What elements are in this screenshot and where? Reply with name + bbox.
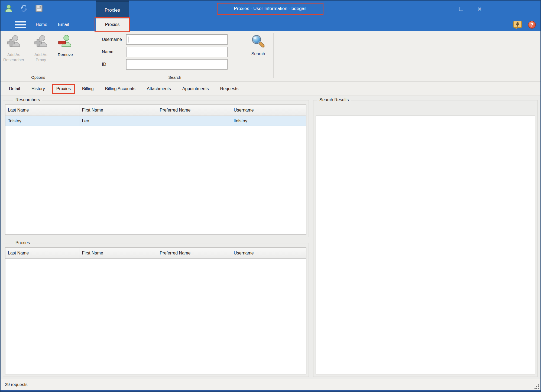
researchers-table: Last Name First Name Preferred Name User… <box>5 104 306 235</box>
ribbon-group-search: Username Name ID <box>76 31 273 81</box>
search-results-group-title: Search Results <box>317 97 351 102</box>
researchers-groupbox: Researchers Last Name First Name Preferr… <box>3 100 309 237</box>
save-icon <box>35 4 43 12</box>
cell-preferred-name <box>157 116 231 126</box>
right-column: Search Results <box>313 99 538 377</box>
ribbon-tab-home[interactable]: Home <box>30 18 53 31</box>
title-highlight-box: Proxies - User Information - bdegail <box>217 3 323 15</box>
ribbon-tab-proxies[interactable]: Proxies <box>96 18 129 31</box>
column-header-username[interactable]: Username <box>231 248 306 259</box>
left-column: Researchers Last Name First Name Preferr… <box>3 99 309 377</box>
window-bottom-accent <box>1 390 540 391</box>
help-button[interactable]: ? <box>528 21 536 29</box>
add-as-proxy-button[interactable]: Add As Proxy <box>31 34 51 62</box>
person-add-icon <box>7 35 21 49</box>
ribbon-group-options: Add As Researcher Add As Proxy <box>1 31 76 81</box>
ribbon: Add As Researcher Add As Proxy <box>1 31 540 82</box>
save-button[interactable] <box>35 4 43 13</box>
options-group-label: Options <box>1 75 76 80</box>
proxies-group-title: Proxies <box>13 240 32 245</box>
column-header-first-name[interactable]: First Name <box>79 105 157 116</box>
search-group-inner-separator <box>239 33 239 74</box>
table-row[interactable]: Tolstoy Leo ltolstoy <box>5 116 306 126</box>
researchers-group-title: Researchers <box>13 97 42 102</box>
main-content: Researchers Last Name First Name Preferr… <box>1 96 540 379</box>
cell-first-name: Leo <box>79 116 157 126</box>
researchers-table-empty-area <box>5 126 306 234</box>
search-results-groupbox: Search Results <box>313 100 538 377</box>
column-header-first-name[interactable]: First Name <box>79 248 157 259</box>
page-tab-strip: Detail History Proxies Billing Billing A… <box>1 82 540 96</box>
window-controls: ✕ <box>436 4 486 14</box>
column-header-username[interactable]: Username <box>231 105 306 116</box>
ribbon-tab-row: Home Email Proxies <box>1 18 540 31</box>
remove-button[interactable]: Remove <box>55 34 76 62</box>
search-results-list <box>316 116 535 374</box>
remove-label: Remove <box>58 52 73 57</box>
username-input[interactable] <box>126 34 228 45</box>
proxies-table: Last Name First Name Preferred Name User… <box>5 247 306 374</box>
search-button-label: Search <box>251 51 265 56</box>
status-bar: 29 requests <box>1 379 540 390</box>
tab-appointments[interactable]: Appointments <box>177 84 215 94</box>
search-group-label: Search <box>76 75 273 80</box>
contextual-tab-group-label: Proxies <box>105 8 120 13</box>
minimize-button[interactable] <box>436 4 449 14</box>
tab-proxies[interactable]: Proxies <box>52 84 75 94</box>
magnifier-icon <box>251 34 266 49</box>
person-remove-icon <box>58 35 73 49</box>
column-header-last-name[interactable]: Last Name <box>5 248 79 259</box>
sync-icon <box>20 4 28 13</box>
close-icon: ✕ <box>477 6 482 12</box>
main-menu-button[interactable] <box>15 21 26 28</box>
tab-detail[interactable]: Detail <box>3 84 26 94</box>
quick-access-toolbar <box>4 4 43 13</box>
maximize-icon <box>459 7 463 11</box>
status-text: 29 requests <box>5 382 28 387</box>
pin-note-icon <box>513 21 522 30</box>
proxies-table-empty-area <box>5 259 306 374</box>
window-title: Proxies - User Information - bdegail <box>234 6 306 11</box>
pin-note-button[interactable] <box>513 21 522 30</box>
add-as-researcher-button[interactable]: Add As Researcher <box>1 34 27 62</box>
user-button[interactable] <box>4 4 13 13</box>
svg-text:?: ? <box>530 22 533 28</box>
tab-billing[interactable]: Billing <box>76 84 99 94</box>
proxies-groupbox: Proxies Last Name First Name Preferred N… <box>3 243 309 377</box>
sync-button[interactable] <box>20 4 28 13</box>
name-input[interactable] <box>126 47 228 57</box>
tab-history[interactable]: History <box>26 84 51 94</box>
search-button[interactable]: Search <box>245 34 272 56</box>
maximize-button[interactable] <box>454 4 468 14</box>
minimize-icon <box>441 9 445 9</box>
person-add-icon <box>34 35 48 49</box>
help-icon: ? <box>528 21 536 29</box>
proxies-table-header: Last Name First Name Preferred Name User… <box>5 248 306 259</box>
tab-requests[interactable]: Requests <box>215 84 244 94</box>
add-as-researcher-label: Add As Researcher <box>1 52 27 62</box>
add-as-proxy-label: Add As Proxy <box>31 52 51 62</box>
title-bar: Proxies Proxies - User Information - bde… <box>1 1 540 18</box>
id-input[interactable] <box>126 59 228 70</box>
cell-last-name: Tolstoy <box>5 116 79 126</box>
tab-attachments[interactable]: Attachments <box>141 84 177 94</box>
column-header-preferred-name[interactable]: Preferred Name <box>157 105 231 116</box>
resize-grip[interactable] <box>534 384 539 389</box>
researchers-table-header: Last Name First Name Preferred Name User… <box>5 105 306 116</box>
ribbon-tab-email[interactable]: Email <box>54 18 73 31</box>
ribbon-group-separator <box>273 33 274 78</box>
cell-username: ltolstoy <box>231 116 306 126</box>
text-caret <box>128 37 128 43</box>
contextual-tab-group-header: Proxies <box>96 1 129 18</box>
username-label: Username <box>102 37 126 42</box>
tab-billing-accounts[interactable]: Billing Accounts <box>99 84 141 94</box>
user-icon <box>5 4 13 12</box>
close-button[interactable]: ✕ <box>473 4 486 14</box>
column-header-preferred-name[interactable]: Preferred Name <box>157 248 231 259</box>
hamburger-icon <box>15 21 26 22</box>
name-label: Name <box>102 50 126 54</box>
app-window: Proxies Proxies - User Information - bde… <box>0 0 541 392</box>
id-label: ID <box>102 62 126 67</box>
column-header-last-name[interactable]: Last Name <box>5 105 79 116</box>
